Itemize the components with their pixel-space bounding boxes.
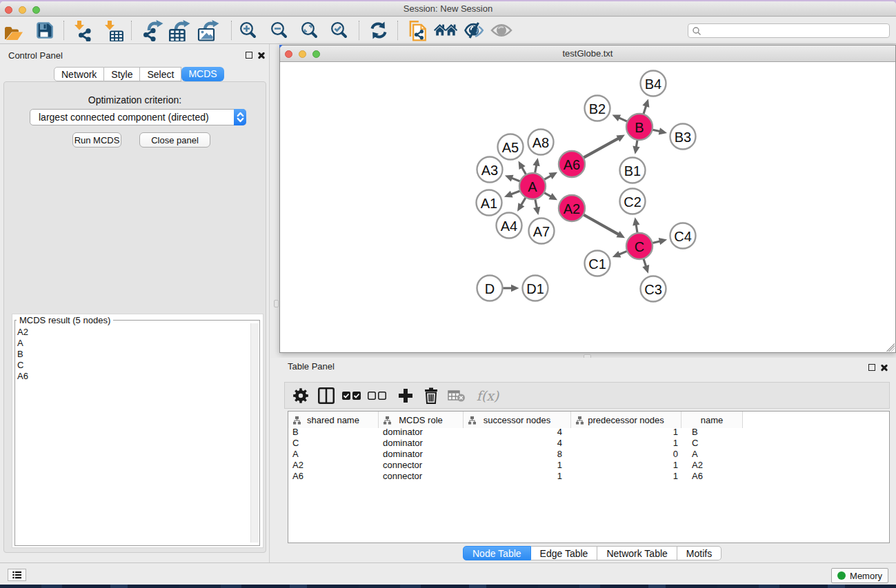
optimization-dropdown[interactable]: largest connected component (directed) (30, 109, 246, 125)
column-header-shared-name[interactable]: shared name (288, 412, 379, 428)
table-close-icon[interactable] (880, 364, 888, 372)
table-tab-node-table[interactable]: Node Table (463, 546, 531, 560)
control-tab-network[interactable]: Network (54, 67, 104, 81)
import-network-svg (74, 20, 93, 41)
table-row[interactable]: Adominator80A (288, 449, 889, 460)
zoom-fit-icon (301, 21, 319, 39)
import-table-button[interactable] (101, 17, 127, 43)
show-all-nodes-svg (434, 22, 457, 39)
network-canvas[interactable]: B4B2BB3B1A8A5A3A6AA1A4A7A2C2C4CC1C3DD1 (280, 63, 895, 352)
zoom-selected-icon (330, 21, 348, 39)
table-toolbar: f(x) (284, 382, 890, 409)
control-tab-mcds[interactable]: MCDS (181, 67, 223, 81)
table-row[interactable]: Cdominator41C (288, 438, 889, 449)
table-cell: connector (379, 460, 464, 471)
import-network-button[interactable] (70, 17, 97, 43)
graph-edge[interactable] (584, 215, 619, 235)
column-header-MCDS-role[interactable]: MCDS role (379, 412, 464, 428)
graph-node-label: A8 (532, 135, 549, 150)
graph-edge[interactable] (644, 105, 646, 114)
table-tab-motifs[interactable]: Motifs (677, 546, 721, 560)
search-icon (692, 26, 701, 36)
export-image-button[interactable] (195, 17, 221, 43)
show-hidden-button[interactable] (488, 17, 515, 43)
close-panel-icon[interactable] (257, 52, 265, 59)
window-title: Session: New Session (0, 1, 896, 17)
table-float-icon[interactable] (868, 364, 875, 371)
result-scrollbar[interactable] (250, 323, 259, 543)
column-header-successor-nodes[interactable]: successor nodes (464, 412, 571, 428)
open-file-button[interactable] (1, 17, 27, 43)
graph-edge[interactable] (511, 178, 520, 181)
deselect-all-svg (368, 392, 387, 400)
column-header-label: shared name (307, 415, 359, 425)
delete-column-svg (424, 387, 439, 404)
table-tab-network-table[interactable]: Network Table (597, 546, 677, 560)
graph-node-label: C2 (624, 194, 641, 210)
graph-edge[interactable] (535, 199, 537, 209)
hide-selected-button[interactable] (461, 17, 487, 43)
function-builder-button[interactable]: f(x) (472, 383, 503, 409)
column-header-predecessor-nodes[interactable]: predecessor nodes (571, 412, 681, 428)
graph-node-label: A2 (564, 201, 580, 216)
save-session-button[interactable] (32, 17, 58, 43)
delete-table-button[interactable] (444, 383, 469, 409)
add-column-button[interactable] (393, 383, 418, 409)
table-cell: 1 (571, 471, 681, 482)
delete-column-button[interactable] (419, 383, 444, 409)
list-icon (12, 571, 22, 579)
toolbar-separator (397, 21, 398, 40)
graph-node-label: B2 (589, 101, 606, 116)
graph-node-label: C3 (644, 282, 662, 297)
split-view-button[interactable] (314, 383, 339, 409)
graph-edge-arrow (659, 238, 667, 245)
resize-grip-icon[interactable] (886, 343, 895, 352)
graph-edge[interactable] (584, 138, 619, 157)
table-row[interactable]: A6connector11A6 (288, 471, 889, 482)
run-mcds-button[interactable]: Run MCDS (72, 132, 121, 148)
float-panel-icon[interactable] (246, 52, 252, 59)
table-cell: dominator (379, 427, 464, 438)
export-network-button[interactable] (140, 17, 166, 43)
show-all-nodes-button[interactable] (432, 17, 459, 43)
clone-network-button[interactable] (404, 17, 430, 43)
table-options-button[interactable] (288, 383, 313, 409)
graph-node-label: B1 (624, 163, 641, 179)
graph-edge[interactable] (521, 198, 526, 206)
open-file-icon (4, 20, 23, 41)
zoom-selected-button[interactable] (326, 17, 352, 43)
table-cell: connector (379, 471, 464, 482)
deselect-all-button[interactable] (365, 383, 390, 409)
zoom-in-button[interactable] (235, 17, 261, 43)
memory-button[interactable]: Memory (831, 568, 888, 583)
task-history-button[interactable] (8, 569, 26, 581)
export-table-button[interactable] (166, 17, 192, 43)
zoom-out-button[interactable] (266, 17, 292, 43)
show-hidden-icon (490, 23, 512, 38)
table-panel-title: Table Panel (288, 361, 335, 372)
graph-edge[interactable] (619, 251, 627, 254)
network-window-title: testGlobe.txt (280, 45, 895, 62)
table-cell: dominator (379, 438, 464, 449)
close-panel-button[interactable]: Close panel (139, 132, 210, 148)
select-all-button[interactable] (339, 383, 364, 409)
table-tab-edge-table[interactable]: Edge Table (531, 546, 598, 560)
refresh-button[interactable] (366, 17, 392, 43)
search-field[interactable] (688, 23, 890, 38)
zoom-in-icon (239, 21, 257, 39)
splitter-handle-left[interactable] (274, 300, 279, 307)
table-row[interactable]: A2connector11A2 (288, 460, 889, 471)
table-cell: 1 (464, 460, 571, 471)
graph-edge[interactable] (510, 191, 520, 194)
control-tab-select[interactable]: Select (140, 67, 181, 81)
control-tab-style[interactable]: Style (104, 67, 140, 81)
zoom-fit-button[interactable] (297, 17, 323, 43)
table-cell: 1 (571, 427, 681, 438)
save-session-svg (36, 21, 54, 39)
export-table-icon (168, 20, 190, 41)
graph-edge[interactable] (618, 117, 627, 121)
search-input[interactable] (701, 25, 889, 37)
function-builder-icon: f(x) (477, 388, 499, 403)
table-row[interactable]: Bdominator41B (288, 427, 889, 438)
column-header-name[interactable]: name (681, 412, 743, 428)
